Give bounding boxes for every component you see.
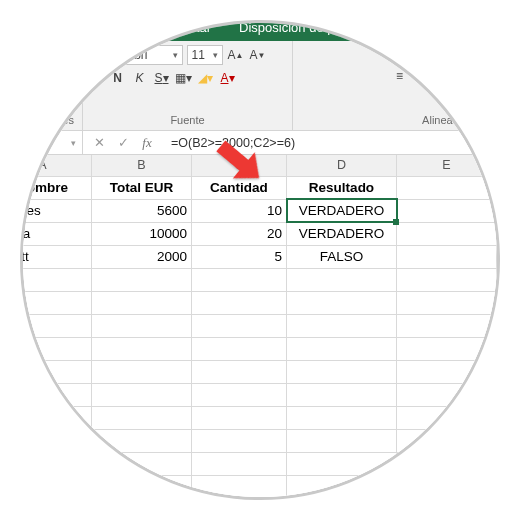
- cell[interactable]: [287, 314, 397, 337]
- cell[interactable]: [397, 245, 497, 268]
- cell[interactable]: [92, 452, 192, 475]
- cell[interactable]: [20, 383, 92, 406]
- cell[interactable]: [192, 475, 287, 498]
- bold-button[interactable]: N: [109, 69, 127, 87]
- col-header-B[interactable]: B: [92, 155, 192, 176]
- font-name-select[interactable]: Calibri: [109, 45, 183, 65]
- cell[interactable]: VERDADERO: [287, 222, 397, 245]
- cell[interactable]: [397, 360, 497, 383]
- cell[interactable]: [20, 314, 92, 337]
- cell[interactable]: [287, 475, 397, 498]
- cell[interactable]: Total EUR: [92, 176, 192, 199]
- cell[interactable]: [192, 314, 287, 337]
- cell[interactable]: [192, 452, 287, 475]
- cell[interactable]: 5: [192, 245, 287, 268]
- formula-input[interactable]: =O(B2>=3000;C2>=6): [163, 133, 500, 153]
- name-box[interactable]: D2: [20, 131, 83, 155]
- tab-formulas[interactable]: Fórmulas: [380, 20, 462, 41]
- decrease-font-icon[interactable]: A▼: [249, 46, 267, 64]
- cell[interactable]: 10: [192, 199, 287, 222]
- italic-button[interactable]: K: [131, 69, 149, 87]
- fill-color-button[interactable]: ◢▾: [197, 69, 215, 87]
- cell[interactable]: FALSO: [287, 245, 397, 268]
- align-top-icon[interactable]: ≡: [391, 45, 409, 63]
- cell[interactable]: [20, 291, 92, 314]
- cell[interactable]: [92, 360, 192, 383]
- cell[interactable]: [20, 429, 92, 452]
- cell[interactable]: [192, 383, 287, 406]
- cell[interactable]: Nombre: [20, 176, 92, 199]
- increase-indent-icon[interactable]: ⇥: [487, 67, 501, 85]
- cell[interactable]: [92, 383, 192, 406]
- cell[interactable]: [92, 268, 192, 291]
- cell[interactable]: [92, 337, 192, 360]
- cell[interactable]: [397, 383, 497, 406]
- decrease-indent-icon[interactable]: ⇤: [465, 67, 483, 85]
- cell[interactable]: [92, 429, 192, 452]
- cell[interactable]: [397, 429, 497, 452]
- cell[interactable]: [287, 291, 397, 314]
- cell-selected[interactable]: VERDADERO: [287, 199, 397, 222]
- cell[interactable]: [397, 176, 497, 199]
- cell[interactable]: [287, 337, 397, 360]
- cell[interactable]: [20, 360, 92, 383]
- cell[interactable]: [287, 452, 397, 475]
- align-right-icon[interactable]: ≡: [435, 67, 453, 85]
- cell[interactable]: [192, 291, 287, 314]
- cell[interactable]: [397, 291, 497, 314]
- col-header-D[interactable]: D: [287, 155, 397, 176]
- cell[interactable]: [20, 337, 92, 360]
- fx-icon[interactable]: fx: [135, 135, 159, 151]
- cell[interactable]: Scott: [20, 245, 92, 268]
- cell[interactable]: [397, 406, 497, 429]
- cell[interactable]: 2000: [92, 245, 192, 268]
- col-header-A[interactable]: A: [20, 155, 92, 176]
- cell[interactable]: [20, 406, 92, 429]
- cell[interactable]: [397, 199, 497, 222]
- cell[interactable]: [287, 360, 397, 383]
- border-button[interactable]: ▦▾: [175, 69, 193, 87]
- tab-disposicion[interactable]: Disposición de página: [225, 20, 380, 41]
- col-header-E[interactable]: E: [397, 155, 497, 176]
- cell[interactable]: [20, 475, 92, 498]
- cell[interactable]: [397, 337, 497, 360]
- spreadsheet-grid[interactable]: A B C D E 1 Nombre Total EUR Cantidad Re…: [20, 155, 500, 499]
- cell[interactable]: [92, 406, 192, 429]
- cell[interactable]: [397, 222, 497, 245]
- cell[interactable]: 10000: [92, 222, 192, 245]
- cell[interactable]: [192, 268, 287, 291]
- align-left-icon[interactable]: ≡: [391, 67, 409, 85]
- underline-button[interactable]: S▾: [153, 69, 171, 87]
- enter-formula-icon[interactable]: ✓: [111, 135, 135, 150]
- cell[interactable]: 20: [192, 222, 287, 245]
- cell[interactable]: [287, 383, 397, 406]
- cell[interactable]: 5600: [92, 199, 192, 222]
- cell[interactable]: [192, 360, 287, 383]
- cell[interactable]: [192, 429, 287, 452]
- align-center-icon[interactable]: ≡: [413, 67, 431, 85]
- orientation-icon[interactable]: ⤢▾: [465, 45, 483, 63]
- cell[interactable]: [92, 314, 192, 337]
- cell[interactable]: [92, 475, 192, 498]
- cell[interactable]: [192, 406, 287, 429]
- cell[interactable]: [20, 268, 92, 291]
- cell[interactable]: [397, 475, 497, 498]
- font-size-select[interactable]: 11: [187, 45, 223, 65]
- align-bottom-icon[interactable]: ≡: [435, 45, 453, 63]
- cell[interactable]: [397, 314, 497, 337]
- cell[interactable]: [397, 268, 497, 291]
- cancel-formula-icon[interactable]: ✕: [87, 135, 111, 150]
- cell[interactable]: [287, 406, 397, 429]
- cell[interactable]: [20, 452, 92, 475]
- increase-font-icon[interactable]: A▲: [227, 46, 245, 64]
- cell[interactable]: [287, 429, 397, 452]
- cell[interactable]: [192, 337, 287, 360]
- cell[interactable]: [397, 452, 497, 475]
- cell[interactable]: Andres: [20, 199, 92, 222]
- cell[interactable]: Resultado: [287, 176, 397, 199]
- font-color-button[interactable]: A▾: [219, 69, 237, 87]
- cell[interactable]: Alicia: [20, 222, 92, 245]
- cell[interactable]: [287, 268, 397, 291]
- tab-insertar[interactable]: Insertar: [153, 20, 225, 41]
- align-middle-icon[interactable]: ≡: [413, 45, 431, 63]
